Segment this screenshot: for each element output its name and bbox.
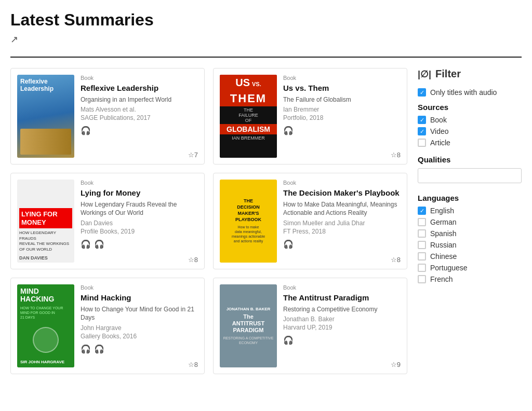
- audio-checkbox[interactable]: ✓: [418, 88, 426, 97]
- qualities-title: Qualities: [418, 155, 522, 164]
- language-label-portuguese: Portuguese: [430, 264, 468, 272]
- book-title[interactable]: Lying for Money: [81, 188, 198, 198]
- source-label-article: Article: [430, 139, 450, 147]
- book-author: Dan Davies: [81, 220, 198, 227]
- book-publisher: SAGE Publications, 2017: [81, 114, 198, 121]
- book-author: Ian Bremmer: [283, 106, 401, 113]
- book-subtitle: How Legendary Frauds Reveal the Workings…: [81, 200, 198, 218]
- star-icon: ☆: [391, 256, 397, 264]
- book-cover-usvsthem: US VS. THEM THEFAILUREOF GLOBALISM IAN B…: [220, 75, 277, 158]
- filter-title: Filter: [435, 68, 461, 80]
- book-cover-decision: THEDECISIONMAKER'SPLAYBOOK How to makeda…: [220, 180, 277, 263]
- language-row-french: French: [418, 275, 522, 283]
- audio-summary-icon: 🎧: [81, 344, 91, 354]
- source-row-video: ✓Video: [418, 127, 522, 135]
- page-container: Latest Summaries ↗ ReflexiveLeadership B…: [0, 0, 532, 395]
- book-cover-wrap-antitrust[interactable]: JONATHAN B. BAKER TheANTITRUSTPARADIGM R…: [220, 284, 277, 367]
- book-subtitle: Restoring a Competitive Economy: [283, 305, 401, 314]
- book-cover-wrap-usvsthem[interactable]: US VS. THEM THEFAILUREOF GLOBALISM IAN B…: [220, 75, 277, 158]
- qualities-input[interactable]: [418, 168, 522, 183]
- book-cover-wrap-decision[interactable]: THEDECISIONMAKER'SPLAYBOOK How to makeda…: [220, 180, 277, 263]
- page-title: Latest Summaries: [10, 10, 522, 30]
- source-checkbox-article[interactable]: [418, 139, 426, 147]
- book-info: BookUs vs. ThemThe Failure of GlobalismI…: [283, 75, 401, 158]
- book-author: John Hargrave: [81, 324, 198, 332]
- book-rating: ☆8: [391, 151, 401, 159]
- book-card: MINDHACKING HOW TO CHANGE YOURMIND FOR G…: [10, 278, 205, 374]
- book-publisher: Profile Books, 2019: [81, 228, 198, 235]
- book-rating: ☆7: [188, 151, 198, 159]
- headphone-icon: 🎧: [94, 239, 104, 249]
- book-type: Book: [81, 75, 198, 81]
- book-author: Mats Alvesson et al.: [81, 106, 198, 113]
- book-cover-mind: MINDHACKING HOW TO CHANGE YOURMIND FOR G…: [17, 284, 74, 367]
- book-rating: ☆9: [391, 361, 401, 368]
- book-type: Book: [283, 180, 401, 186]
- headphone-icon: 🎧: [283, 126, 294, 135]
- book-subtitle: Organising in an Imperfect World: [81, 95, 198, 104]
- star-icon: ☆: [391, 151, 397, 159]
- book-title[interactable]: Us vs. Them: [283, 83, 401, 93]
- star-icon: ☆: [391, 361, 397, 368]
- book-type: Book: [81, 284, 198, 291]
- qualities-section: Qualities: [418, 155, 522, 185]
- source-row-book: ✓Book: [418, 116, 522, 124]
- book-title[interactable]: The Decision Maker's Playbook: [283, 188, 401, 198]
- filter-header: |∅| Filter: [418, 68, 522, 80]
- main-layout: ReflexiveLeadership BookReflexive Leader…: [10, 68, 522, 374]
- star-icon: ☆: [188, 361, 194, 368]
- share-icon[interactable]: ↗: [10, 34, 18, 45]
- book-info: BookMind HackingHow to Change Your Mind …: [81, 284, 198, 367]
- audio-only-row: ✓ Only titles with audio: [418, 88, 522, 97]
- sources-section: Sources ✓Book✓VideoArticle: [418, 103, 522, 147]
- book-title[interactable]: Mind Hacking: [81, 293, 198, 303]
- book-subtitle: The Failure of Globalism: [283, 95, 401, 104]
- book-publisher: Gallery Books, 2016: [81, 333, 198, 340]
- language-label-russian: Russian: [430, 241, 457, 249]
- language-row-portuguese: Portuguese: [418, 264, 522, 272]
- book-author: Simon Mueller and Julia Dhar: [283, 220, 401, 227]
- language-label-german: German: [430, 218, 457, 226]
- book-icons: 🎧🎧: [81, 239, 198, 249]
- book-rating: ☆8: [391, 256, 401, 264]
- book-title[interactable]: Reflexive Leadership: [81, 83, 198, 93]
- language-label-spanish: Spanish: [430, 229, 457, 238]
- book-card: ReflexiveLeadership BookReflexive Leader…: [10, 68, 205, 165]
- book-icons: 🎧: [81, 126, 198, 135]
- book-icons: 🎧: [283, 335, 401, 345]
- filter-icon: |∅|: [418, 68, 431, 80]
- language-checkbox-french[interactable]: [418, 275, 426, 283]
- language-label-chinese: Chinese: [430, 252, 457, 261]
- book-type: Book: [81, 180, 198, 186]
- book-cover-antitrust: JONATHAN B. BAKER TheANTITRUSTPARADIGM R…: [220, 284, 277, 367]
- book-card: THEDECISIONMAKER'SPLAYBOOK How to makeda…: [213, 173, 407, 269]
- book-cover-wrap-lying[interactable]: LYING FORMONEY HOW LEGENDARY FRAUDSREVEA…: [17, 180, 74, 263]
- source-row-article: Article: [418, 139, 522, 147]
- headphone-icon: 🎧: [94, 344, 104, 354]
- language-checkbox-chinese[interactable]: [418, 252, 426, 261]
- language-row-russian: Russian: [418, 241, 522, 249]
- language-checkbox-spanish[interactable]: [418, 229, 426, 238]
- book-type: Book: [283, 284, 401, 291]
- source-checkbox-book[interactable]: ✓: [418, 116, 426, 124]
- headphone-icon: 🎧: [81, 126, 91, 135]
- language-checkbox-russian[interactable]: [418, 241, 426, 249]
- book-cover-wrap-reflexive[interactable]: ReflexiveLeadership: [17, 75, 74, 158]
- star-icon: ☆: [188, 151, 194, 159]
- book-cover-wrap-mind[interactable]: MINDHACKING HOW TO CHANGE YOURMIND FOR G…: [17, 284, 74, 367]
- sources-title: Sources: [418, 103, 522, 112]
- language-row-spanish: Spanish: [418, 229, 522, 238]
- language-checkbox-german[interactable]: [418, 218, 426, 226]
- book-icons: 🎧: [283, 239, 401, 249]
- language-checkbox-english[interactable]: ✓: [418, 207, 426, 215]
- language-label-english: English: [430, 207, 454, 215]
- book-card: US VS. THEM THEFAILUREOF GLOBALISM IAN B…: [213, 68, 407, 165]
- filter-panel: |∅| Filter ✓ Only titles with audio Sour…: [418, 68, 522, 374]
- book-info: BookThe Antitrust ParadigmRestoring a Co…: [283, 284, 401, 367]
- book-title[interactable]: The Antitrust Paradigm: [283, 293, 401, 303]
- languages-section: Languages ✓EnglishGermanSpanishRussianCh…: [418, 194, 522, 283]
- book-info: BookThe Decision Maker's PlaybookHow to …: [283, 180, 401, 263]
- book-info: BookLying for MoneyHow Legendary Frauds …: [81, 180, 198, 263]
- language-checkbox-portuguese[interactable]: [418, 264, 426, 272]
- source-checkbox-video[interactable]: ✓: [418, 127, 426, 135]
